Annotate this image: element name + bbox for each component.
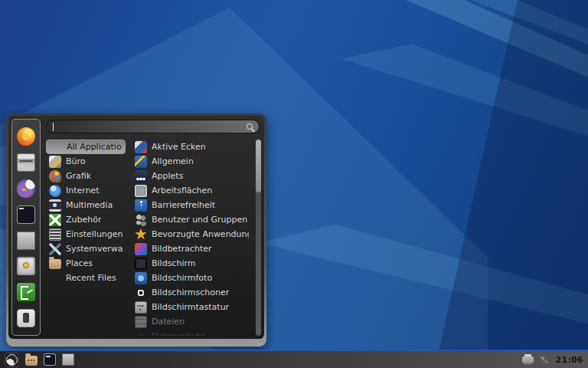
datenschutz-icon xyxy=(135,330,147,337)
folder-icon xyxy=(25,356,38,366)
app-item[interactable]: Bildbetrachter xyxy=(132,242,252,256)
category-item-label: Büro xyxy=(66,156,86,166)
app-item[interactable]: Applets xyxy=(132,169,252,183)
app-item-label: Bevorzugte Anwendungen xyxy=(152,229,249,239)
printer-icon[interactable] xyxy=(522,356,534,363)
network-icon[interactable] xyxy=(540,356,549,363)
app-item-label: Bildschirmfoto xyxy=(152,273,212,283)
app-item[interactable]: Barrierefreiheit xyxy=(132,198,252,212)
empty-icon xyxy=(50,141,62,153)
app-item[interactable]: Arbeitsflächen xyxy=(132,183,252,198)
category-item[interactable]: Zubehör xyxy=(46,212,126,227)
app-item-label: Bildschirmschoner xyxy=(152,288,229,297)
systemverwaltung-icon xyxy=(49,243,61,255)
multimedia-icon xyxy=(49,199,61,212)
app-item[interactable]: Bildschirm xyxy=(132,256,252,271)
app-item[interactable]: Bildschirmtastatur xyxy=(132,300,252,314)
category-item-label: Zubehör xyxy=(66,215,101,225)
category-item-label: Multimedia xyxy=(66,200,113,210)
zubehoer-icon xyxy=(49,214,61,226)
category-item[interactable]: Grafik xyxy=(46,169,126,183)
package-button[interactable] xyxy=(16,153,36,172)
quit-button[interactable] xyxy=(16,308,36,328)
app-item[interactable]: Datenschutz xyxy=(132,329,252,336)
app-item[interactable]: Bildschirmschoner xyxy=(132,285,252,300)
app-item-label: Arbeitsflächen xyxy=(152,186,212,196)
folder-launcher[interactable] xyxy=(25,354,38,366)
allgemein-icon xyxy=(135,156,147,168)
desktop: All ApplicationsBüroGrafikInternetMultim… xyxy=(0,0,588,368)
pidgin-button[interactable] xyxy=(16,179,36,199)
category-item[interactable]: Systemverwaltung xyxy=(46,242,126,256)
taskbar: 21:06 xyxy=(0,350,588,368)
file-cabinet-launcher[interactable] xyxy=(62,353,74,366)
category-item[interactable]: Places xyxy=(46,256,126,271)
scrollbar-thumb[interactable] xyxy=(256,140,261,192)
category-item[interactable]: All Applications xyxy=(46,140,126,154)
app-item-label: Bildschirm xyxy=(152,258,196,268)
arbeitsflaechen-icon xyxy=(135,185,147,197)
app-item-label: Applets xyxy=(152,171,183,181)
terminal-icon xyxy=(44,353,56,366)
file-cabinet-icon xyxy=(62,353,74,366)
einstellungen-icon xyxy=(49,228,61,241)
category-item-label: Grafik xyxy=(66,171,91,181)
empty-icon xyxy=(49,272,61,284)
file-cabinet-icon xyxy=(17,232,35,250)
menu-logo-icon xyxy=(5,353,19,367)
bildschirmtastatur-icon xyxy=(135,301,147,314)
benutzer-und-gruppen-icon xyxy=(135,214,147,226)
lock-screen-button[interactable] xyxy=(16,256,36,276)
taskbar-launchers xyxy=(5,353,74,367)
category-item-label: Places xyxy=(66,258,93,268)
terminal-launcher[interactable] xyxy=(44,353,56,366)
scrollbar[interactable] xyxy=(256,140,261,336)
app-pane: Aktive EckenAllgemeinAppletsArbeitsfläch… xyxy=(132,140,261,336)
category-item[interactable]: Multimedia xyxy=(46,198,126,212)
app-item[interactable]: Bevorzugte Anwendungen xyxy=(132,227,252,242)
app-item[interactable]: Aktive Ecken xyxy=(132,140,252,154)
places-icon xyxy=(49,259,61,269)
logout-icon xyxy=(17,283,35,301)
terminal-button[interactable] xyxy=(16,205,36,225)
application-menu-body: All ApplicationsBüroGrafikInternetMultim… xyxy=(8,116,264,339)
search-icon xyxy=(247,123,253,130)
category-item[interactable]: Büro xyxy=(46,154,126,169)
category-item-label: Internet xyxy=(66,186,100,196)
search-input[interactable] xyxy=(46,120,260,133)
clock[interactable]: 21:06 xyxy=(555,355,583,365)
menu-main: All ApplicationsBüroGrafikInternetMultim… xyxy=(46,119,261,336)
app-item[interactable]: Bildschirmfoto xyxy=(132,271,252,285)
app-item-label: Dateien xyxy=(152,317,185,327)
internet-icon xyxy=(49,185,61,197)
category-item-label: All Applications xyxy=(67,142,122,152)
app-item-label: Allgemein xyxy=(152,156,194,166)
category-item[interactable]: Internet xyxy=(46,183,126,198)
category-item[interactable]: Einstellungen xyxy=(46,227,126,242)
barrierefreiheit-icon xyxy=(135,199,147,212)
logout-button[interactable] xyxy=(16,282,36,302)
firefox-button[interactable] xyxy=(16,127,36,146)
menu-logo-launcher[interactable] xyxy=(5,353,19,367)
applets-icon xyxy=(135,170,147,182)
favorites-stack xyxy=(16,127,36,251)
bildbetrachter-icon xyxy=(135,243,147,255)
app-item[interactable]: Allgemein xyxy=(132,154,252,169)
text-cursor xyxy=(53,123,54,131)
file-cabinet-button[interactable] xyxy=(16,231,36,251)
app-list: Aktive EckenAllgemeinAppletsArbeitsfläch… xyxy=(132,140,252,336)
app-item-label: Aktive Ecken xyxy=(152,142,206,152)
firefox-icon xyxy=(17,127,35,146)
app-item[interactable]: Dateien xyxy=(132,314,252,329)
app-item-label: Bildbetrachter xyxy=(152,244,212,254)
category-item[interactable]: Recent Files xyxy=(46,271,126,285)
category-item-label: Recent Files xyxy=(66,273,116,283)
lock-screen-icon xyxy=(17,257,35,275)
terminal-icon xyxy=(17,205,35,224)
dateien-icon xyxy=(135,316,147,328)
app-item[interactable]: Benutzer und Gruppen xyxy=(132,212,252,227)
package-icon xyxy=(17,153,35,172)
session-stack xyxy=(16,256,36,328)
bildschirmfoto-icon xyxy=(135,272,147,284)
bildschirm-icon xyxy=(135,258,147,270)
